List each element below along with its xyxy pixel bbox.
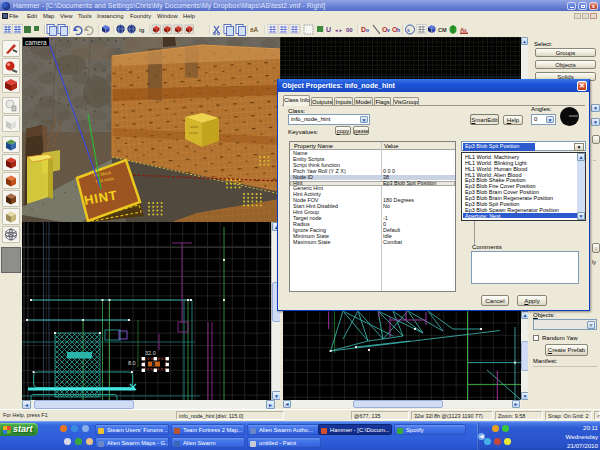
svg-text:8.0: 8.0 xyxy=(128,360,136,366)
svg-text:h: h xyxy=(397,27,400,33)
svg-text:camera: camera xyxy=(25,39,47,46)
svg-text:U: U xyxy=(326,26,331,33)
svg-text:00: 00 xyxy=(346,27,353,33)
svg-text:32.0: 32.0 xyxy=(145,350,156,356)
svg-text:o: o xyxy=(366,27,369,33)
svg-text:CM: CM xyxy=(438,27,447,33)
svg-text:v: v xyxy=(387,27,390,33)
svg-text:s: s xyxy=(407,27,410,33)
svg-text:◄►: ◄► xyxy=(334,28,343,33)
svg-text:s: s xyxy=(464,27,467,33)
svg-text:ig: ig xyxy=(139,27,145,33)
svg-text:aA: aA xyxy=(250,26,259,33)
